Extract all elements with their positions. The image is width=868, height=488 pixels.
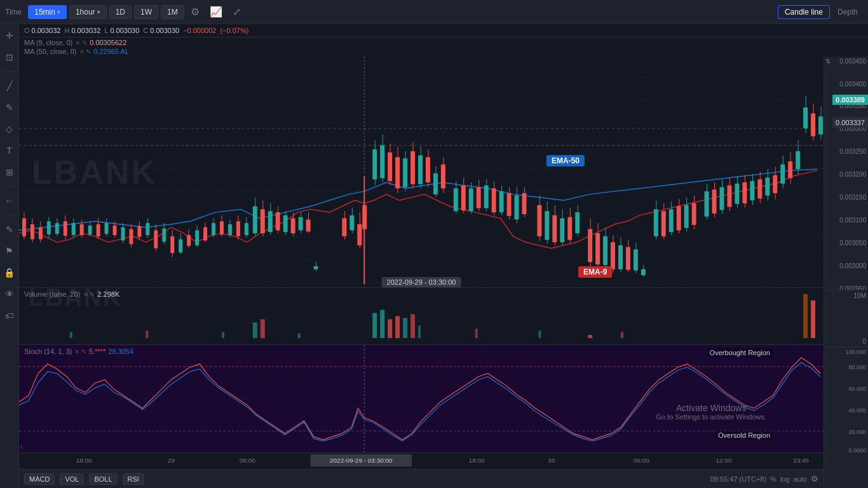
log-toggle[interactable]: log: [780, 475, 790, 483]
stoch-60: 60.000: [848, 386, 866, 392]
price-info-bar: O 0.003032 H 0.003032 L 0.003030 C 0.003…: [19, 24, 868, 37]
volume-panel[interactable]: Volume (false, 20) ✕ ✎ 2.298K LBANK: [19, 287, 824, 344]
scale-0.003250: 0.003250: [839, 148, 866, 155]
divider: [3, 215, 16, 215]
svg-rect-218: [222, 332, 224, 338]
stoch-100: 100.000: [845, 349, 866, 355]
svg-text:23:45: 23:45: [793, 458, 809, 464]
stoch-panel-label: Stoch (14, 1, 3) ✕ ✎ 5.**** 28.3054: [24, 348, 133, 355]
cursor-icon[interactable]: ⊡: [2, 50, 17, 65]
time-label: Time: [5, 8, 22, 17]
trend-line-icon[interactable]: ╱: [2, 78, 17, 93]
scale-0.003400: 0.003400: [839, 81, 866, 88]
pencil-icon[interactable]: ✎: [2, 100, 17, 115]
svg-rect-220: [418, 325, 421, 338]
svg-text:18:00: 18:00: [76, 458, 92, 464]
change-pct: (−0.07%): [220, 27, 248, 34]
svg-rect-221: [475, 329, 478, 338]
volume-edit-icon[interactable]: ✕ ✎: [83, 291, 95, 298]
ma9-edit[interactable]: ✕ ✎: [75, 39, 87, 46]
chart-settings-icon[interactable]: ⚙: [811, 474, 818, 484]
svg-rect-226: [19, 345, 824, 452]
text-icon[interactable]: T: [2, 143, 17, 158]
ma50-row: MA (50, close, 0) ✕ ✎ 0.22965 AL: [24, 48, 863, 55]
scale-0.003450: 0.003450: [839, 58, 866, 65]
svg-rect-210: [395, 316, 400, 339]
stoch-panel[interactable]: Stoch (14, 1, 3) ✕ ✎ 5.**** 28.3054 Over…: [19, 344, 824, 452]
volume-chart: [19, 288, 824, 344]
stoch-40: 40.000: [848, 407, 866, 414]
divider: [3, 186, 16, 187]
flag-icon[interactable]: ⚑: [2, 243, 17, 259]
scale-0.003050: 0.003050: [839, 240, 866, 247]
interval-1m[interactable]: 1M: [161, 5, 184, 19]
svg-rect-123: [484, 186, 489, 208]
interval-15min[interactable]: 15min ▾: [28, 5, 67, 19]
ma50-value: 0.22965 AL: [93, 48, 129, 55]
current-price-label: 0.003389: [832, 95, 868, 105]
scroll-left-icon[interactable]: ‹: [20, 442, 23, 451]
stoch-0: 0.0000: [848, 447, 866, 454]
ma9-value: 0.00305622: [90, 39, 126, 46]
svg-rect-187: [750, 181, 754, 200]
svg-rect-219: [298, 333, 301, 338]
measure-icon[interactable]: ⊞: [2, 165, 17, 180]
interval-1w[interactable]: 1W: [134, 5, 158, 19]
open-label: O 0.003032: [24, 27, 60, 34]
stoch-chart: [19, 345, 824, 452]
tag-icon[interactable]: 🏷: [2, 308, 17, 323]
interval-1hour[interactable]: 1hour ▾: [69, 5, 107, 19]
shape-icon[interactable]: ◇: [2, 121, 17, 137]
svg-text:06:00: 06:00: [634, 458, 649, 464]
svg-text:2022-09-29 - 03:30:00: 2022-09-29 - 03:30:00: [330, 458, 393, 464]
ohlc-values: O 0.003032 H 0.003032 L 0.003030 C 0.003…: [24, 27, 248, 34]
svg-rect-94: [362, 205, 367, 229]
svg-rect-224: [803, 294, 808, 338]
fullscreen-icon[interactable]: ⤢: [229, 4, 245, 20]
status-bar: 09:55:47 (UTC+8) % log auto ⚙: [710, 474, 818, 484]
volume-panel-label: Volume (false, 20) ✕ ✎ 2.298K: [24, 290, 119, 298]
svg-rect-225: [811, 301, 815, 338]
svg-rect-213: [403, 318, 407, 338]
draw-icon[interactable]: ✎: [2, 222, 17, 237]
svg-rect-165: [661, 211, 666, 236]
scale-0.002950: 0.002950: [839, 285, 866, 290]
macd-button[interactable]: MACD: [24, 473, 55, 485]
scale-up-icon[interactable]: ⇅: [825, 58, 831, 65]
ma-info: MA (9, close, 0) ✕ ✎ 0.00305622 MA (50, …: [19, 37, 868, 57]
ma50-edit[interactable]: ✕ ✎: [79, 48, 92, 55]
candle-panel[interactable]: LBANK EMA-50 EMA-9: [19, 57, 824, 287]
overbought-label: Overbought Region: [707, 348, 773, 357]
arrow-icon: ▾: [57, 9, 60, 15]
back-icon[interactable]: ←: [2, 193, 17, 208]
chart-column: LBANK EMA-50 EMA-9: [19, 57, 824, 488]
settings-icon[interactable]: ⚙: [187, 4, 203, 20]
vol-button[interactable]: VOL: [60, 473, 84, 485]
chart-area: O 0.003032 H 0.003032 L 0.003030 C 0.003…: [19, 24, 868, 488]
svg-rect-211: [253, 322, 257, 338]
svg-text:18:00: 18:00: [469, 458, 485, 464]
lock-icon[interactable]: 🔒: [2, 265, 17, 280]
depth-button[interactable]: Depth: [832, 6, 863, 18]
eye-icon[interactable]: 👁: [2, 287, 17, 302]
interval-1d[interactable]: 1D: [109, 5, 132, 19]
crosshair-icon[interactable]: ✛: [2, 28, 17, 43]
boll-button[interactable]: BOLL: [89, 473, 117, 485]
svg-rect-177: [712, 189, 717, 214]
svg-text:29: 29: [168, 458, 175, 464]
pct-toggle[interactable]: %: [770, 475, 776, 483]
high-label: H 0.003032: [64, 27, 100, 34]
rsi-button[interactable]: RSI: [123, 473, 144, 485]
divider: [3, 71, 16, 72]
candle-line-button[interactable]: Candle line: [778, 5, 830, 19]
ma9-row: MA (9, close, 0) ✕ ✎ 0.00305622: [24, 39, 863, 46]
scale-0.003000: 0.003000: [839, 262, 866, 269]
vol-scale-10m: 10M: [854, 292, 866, 299]
candlestick-chart: [19, 57, 824, 287]
time-axis-svg: 18:00 29 06:00 18:00 30 06:00 12:00 23:4…: [19, 453, 824, 469]
auto-toggle[interactable]: auto: [794, 475, 807, 483]
svg-rect-223: [621, 332, 623, 338]
stoch-edit-icon[interactable]: ✕ ✎: [74, 348, 86, 355]
low-label: L 0.003030: [104, 27, 139, 34]
chart-type-icon[interactable]: 📈: [206, 4, 226, 20]
